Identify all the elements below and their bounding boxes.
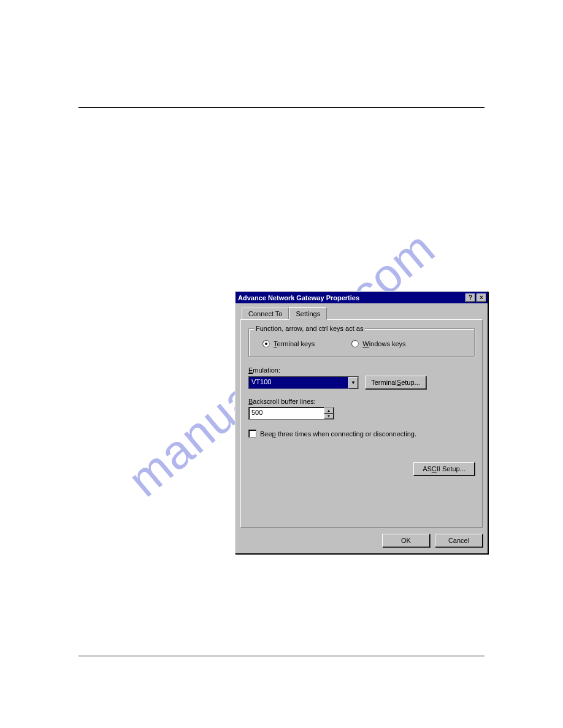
ok-button[interactable]: OK: [382, 534, 430, 547]
emulation-combobox[interactable]: VT100 ▼: [248, 376, 359, 389]
properties-dialog: Advance Network Gateway Properties ? × C…: [235, 291, 488, 554]
close-button[interactable]: ×: [477, 294, 486, 302]
chevron-down-icon[interactable]: ▼: [324, 414, 334, 420]
keys-groupbox-label: Function, arrow, and ctrl keys act as: [254, 325, 365, 332]
checkbox-unchecked-icon: [248, 430, 256, 438]
emulation-value: VT100: [249, 377, 348, 389]
radio-terminal-label: Terminal keys: [274, 340, 315, 347]
spinner-buttons: ▲ ▼: [324, 408, 334, 419]
tab-connect-to[interactable]: Connect To: [242, 308, 289, 320]
help-button[interactable]: ?: [465, 294, 475, 302]
page-rule-top: [79, 107, 484, 108]
chevron-down-icon[interactable]: ▼: [348, 377, 358, 389]
radio-checked-icon: [262, 340, 270, 347]
page-rule-bottom: [79, 656, 484, 656]
beep-checkbox-row[interactable]: Beep three times when connecting or disc…: [248, 430, 475, 438]
radio-windows-keys[interactable]: Windows keys: [351, 340, 405, 347]
ascii-setup-button[interactable]: ASCII Setup...: [413, 462, 475, 476]
tabstrip: Connect To Settings: [242, 307, 483, 319]
backscroll-value: 500: [249, 408, 324, 419]
radio-unchecked-icon: [351, 340, 359, 347]
terminal-setup-button[interactable]: Terminal Setup...: [365, 376, 426, 389]
tab-settings[interactable]: Settings: [289, 307, 327, 320]
backscroll-label: Backscroll buffer lines:: [248, 398, 475, 405]
emulation-label: Emulation:: [248, 366, 475, 374]
emulation-row: VT100 ▼ Terminal Setup...: [248, 376, 475, 389]
radio-windows-label: Windows keys: [362, 340, 405, 347]
dialog-body: Connect To Settings Function, arrow, and…: [236, 303, 488, 553]
backscroll-spinner[interactable]: 500 ▲ ▼: [248, 407, 334, 420]
beep-label: Beep three times when connecting or disc…: [260, 430, 416, 438]
titlebar: Advance Network Gateway Properties ? ×: [236, 292, 488, 303]
tab-panel-settings: Function, arrow, and ctrl keys act as Te…: [240, 319, 483, 528]
chevron-up-icon[interactable]: ▲: [324, 408, 334, 414]
keys-radio-row: Terminal keys Windows keys: [256, 340, 467, 347]
cancel-button[interactable]: Cancel: [435, 534, 483, 547]
ascii-row: ASCII Setup...: [248, 462, 475, 476]
radio-terminal-keys[interactable]: Terminal keys: [262, 340, 315, 347]
dialog-footer: OK Cancel: [240, 534, 483, 547]
keys-groupbox: Function, arrow, and ctrl keys act as Te…: [248, 328, 475, 357]
titlebar-title: Advance Network Gateway Properties: [238, 294, 464, 301]
